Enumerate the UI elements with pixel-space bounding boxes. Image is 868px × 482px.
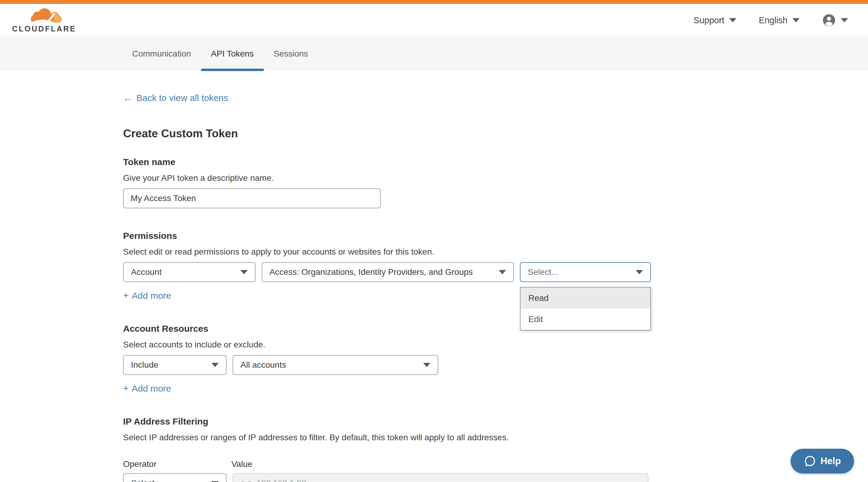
cloudflare-wordmark: CLOUDFLARE bbox=[12, 25, 76, 33]
header-actions: Support English bbox=[693, 13, 848, 27]
language-label: English bbox=[759, 15, 787, 25]
support-label: Support bbox=[693, 15, 724, 25]
chevron-down-icon bbox=[729, 18, 737, 22]
permission-level-menu: Read Edit bbox=[520, 287, 651, 330]
cloudflare-logo[interactable]: CLOUDFLARE bbox=[12, 8, 76, 33]
chevron-down-icon bbox=[241, 270, 248, 274]
chevron-down-icon bbox=[211, 363, 219, 367]
operator-label: Operator bbox=[123, 459, 231, 469]
back-to-tokens-link[interactable]: ← Back to view all tokens bbox=[123, 93, 228, 103]
help-button-label: Help bbox=[820, 456, 841, 467]
permission-level-select[interactable]: Select... bbox=[520, 262, 651, 282]
chevron-down-icon bbox=[636, 270, 643, 274]
profile-tabs: Communication API Tokens Sessions bbox=[0, 37, 868, 71]
ip-filtering-section: IP Address Filtering Select IP addresses… bbox=[123, 416, 868, 482]
main-content: ← Back to view all tokens Create Custom … bbox=[0, 71, 868, 482]
ip-value-input[interactable] bbox=[232, 473, 648, 482]
permission-level-select-wrap: Select... Read Edit bbox=[520, 262, 651, 282]
permission-scope-select[interactable]: Account bbox=[123, 262, 255, 282]
account-resources-description: Select accounts to include or exclude. bbox=[123, 340, 868, 350]
ip-filter-labels: Operator Value bbox=[123, 459, 868, 469]
add-more-label: Add more bbox=[132, 383, 171, 394]
chevron-down-icon bbox=[499, 270, 506, 274]
ip-operator-select[interactable]: Select... bbox=[123, 473, 226, 482]
resource-mode-value: Include bbox=[131, 360, 158, 370]
add-more-label: Add more bbox=[132, 291, 171, 301]
permissions-heading: Permissions bbox=[123, 231, 868, 241]
permissions-add-more-link[interactable]: + Add more bbox=[123, 290, 171, 301]
menu-option-read[interactable]: Read bbox=[521, 288, 650, 309]
account-menu[interactable] bbox=[822, 13, 848, 27]
chevron-down-icon bbox=[841, 18, 848, 22]
back-link-label: Back to view all tokens bbox=[136, 93, 228, 103]
account-resources-section: Account Resources Select accounts to inc… bbox=[123, 324, 868, 394]
permissions-section: Permissions Select edit or read permissi… bbox=[123, 231, 868, 301]
support-menu[interactable]: Support bbox=[693, 15, 737, 25]
menu-option-edit[interactable]: Edit bbox=[521, 309, 650, 330]
account-resources-heading: Account Resources bbox=[123, 324, 868, 334]
permission-level-value: Select... bbox=[528, 267, 558, 277]
help-button[interactable]: Help bbox=[790, 449, 854, 474]
resource-mode-select[interactable]: Include bbox=[123, 355, 226, 375]
permission-scope-value: Account bbox=[131, 267, 161, 277]
tab-api-tokens[interactable]: API Tokens bbox=[201, 37, 264, 71]
ip-operator-value: Select... bbox=[131, 478, 161, 482]
tab-communication[interactable]: Communication bbox=[122, 37, 201, 71]
back-arrow-icon: ← bbox=[123, 93, 133, 103]
value-label: Value bbox=[231, 459, 252, 469]
token-name-heading: Token name bbox=[123, 157, 868, 167]
permission-group-value: Access: Organizations, Identity Provider… bbox=[270, 267, 473, 277]
ip-filtering-description: Select IP addresses or ranges of IP addr… bbox=[123, 433, 868, 442]
ip-filtering-heading: IP Address Filtering bbox=[123, 416, 868, 427]
resource-accounts-select[interactable]: All accounts bbox=[232, 355, 438, 375]
plus-icon: + bbox=[123, 290, 129, 301]
chevron-down-icon bbox=[423, 363, 430, 367]
avatar-icon bbox=[822, 13, 836, 27]
language-menu[interactable]: English bbox=[759, 15, 800, 25]
resources-add-more-link[interactable]: + Add more bbox=[123, 383, 171, 394]
token-name-input[interactable] bbox=[123, 188, 381, 208]
header: CLOUDFLARE Support English bbox=[0, 4, 868, 37]
top-accent-bar bbox=[0, 0, 868, 4]
permissions-description: Select edit or read permissions to apply… bbox=[123, 247, 868, 257]
page-title: Create Custom Token bbox=[123, 127, 868, 140]
resource-accounts-value: All accounts bbox=[241, 360, 286, 370]
token-name-description: Give your API token a descriptive name. bbox=[123, 173, 868, 183]
plus-icon: + bbox=[123, 383, 129, 394]
chevron-down-icon bbox=[793, 18, 800, 22]
cloudflare-cloud-icon bbox=[29, 8, 63, 24]
token-name-section: Token name Give your API token a descrip… bbox=[123, 157, 868, 208]
chat-bubble-icon bbox=[804, 455, 816, 467]
tab-sessions[interactable]: Sessions bbox=[264, 37, 318, 71]
permission-group-select[interactable]: Access: Organizations, Identity Provider… bbox=[261, 262, 514, 282]
